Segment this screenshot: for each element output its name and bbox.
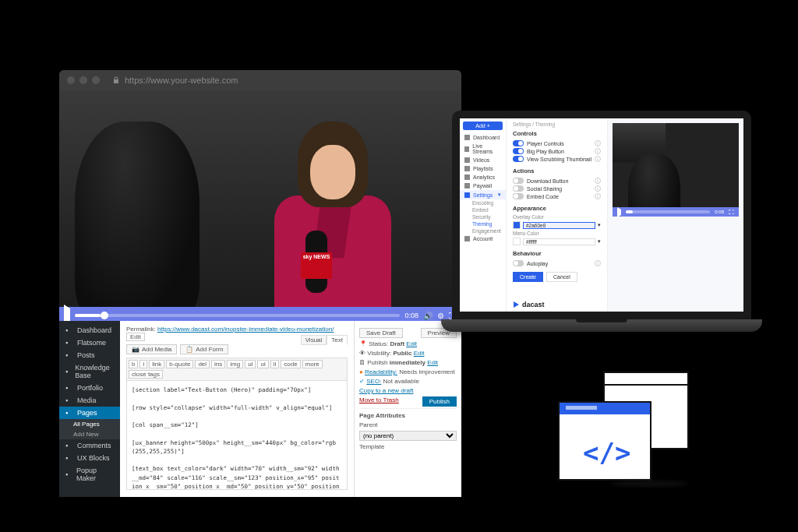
volume-icon[interactable]: 🔊 <box>423 312 433 320</box>
overlay-color-swatch[interactable] <box>513 221 521 229</box>
dropdown-icon[interactable]: ▾ <box>598 222 601 228</box>
info-icon[interactable]: i <box>595 178 601 184</box>
pin-icon: ▪ <box>65 351 73 359</box>
dash-sidebar-item[interactable]: Paywall <box>460 181 506 190</box>
wp-sidebar-item[interactable]: ▪Knowledge Base <box>59 361 120 382</box>
dash-sidebar-item[interactable]: Live Streams <box>460 142 506 156</box>
move-trash-link[interactable]: Move to Trash <box>359 396 399 403</box>
progress-knob-icon[interactable] <box>101 312 108 319</box>
traffic-max-icon[interactable] <box>92 76 100 84</box>
toggle-switch[interactable] <box>513 148 524 154</box>
wp-sidebar-item[interactable]: ▪UX Blocks <box>59 452 120 464</box>
toggle-row: Player Controlsi <box>513 139 601 147</box>
publish-button[interactable]: Publish <box>422 396 457 407</box>
create-button[interactable]: Create <box>513 272 543 282</box>
tab-visual[interactable]: Visual <box>301 335 327 345</box>
play-icon[interactable] <box>617 210 621 215</box>
toolbar-img-button[interactable]: img <box>227 360 243 368</box>
toolbar-link-button[interactable]: link <box>149 360 164 368</box>
tab-text[interactable]: Text <box>327 335 348 345</box>
toolbar-del-button[interactable]: del <box>195 360 210 368</box>
wp-sidebar-item[interactable]: ▪Pages <box>59 407 120 419</box>
browser-window: https://www.your-website.com sky NEWS 0:… <box>59 70 461 497</box>
toggle-switch[interactable] <box>513 140 524 146</box>
save-draft-button[interactable]: Save Draft <box>359 328 403 338</box>
toolbar-ins-button[interactable]: ins <box>211 360 225 368</box>
toolbar-ul-button[interactable]: ul <box>245 360 256 368</box>
wp-sidebar-item[interactable]: ▪Comments <box>59 439 120 452</box>
info-icon[interactable]: i <box>595 156 601 162</box>
toggle-switch[interactable] <box>513 178 524 184</box>
schedule-edit-link[interactable]: Edit <box>427 359 438 366</box>
toggle-switch[interactable] <box>513 193 524 199</box>
dash-sidebar-subitem[interactable]: Encoding <box>460 199 506 206</box>
info-icon[interactable]: i <box>595 185 601 192</box>
progress-bar[interactable] <box>626 210 710 213</box>
wp-sidebar-item[interactable]: ▪Flatsome <box>59 336 120 349</box>
info-icon[interactable]: i <box>595 260 601 266</box>
dash-sidebar-subitem[interactable]: Embed <box>460 206 506 213</box>
toolbar-b-button[interactable]: b <box>129 360 138 368</box>
blocks-icon: ▪ <box>65 454 73 462</box>
url-bar[interactable]: https://www.your-website.com <box>112 76 454 85</box>
laptop-base <box>441 319 762 332</box>
toggle-switch[interactable] <box>513 156 524 162</box>
laptop-screen: Add + DashboardLive StreamsVideosPlaylis… <box>452 111 751 319</box>
wp-sidebar-subitem[interactable]: All Pages <box>59 419 120 429</box>
visibility-edit-link[interactable]: Edit <box>414 350 425 357</box>
toolbar-li-button[interactable]: li <box>270 360 280 368</box>
toolbar-ol-button[interactable]: ol <box>257 360 268 368</box>
toggle-switch[interactable] <box>513 185 524 192</box>
menu-color-swatch[interactable] <box>513 238 521 245</box>
dropdown-icon[interactable]: ▾ <box>598 238 601 245</box>
info-icon[interactable]: i <box>595 148 601 154</box>
toolbar-close-tags-button[interactable]: close tags <box>129 370 163 379</box>
toolbar-code-button[interactable]: code <box>281 360 300 368</box>
wp-sidebar-item[interactable]: ▪Portfolio <box>59 382 120 394</box>
add-button[interactable]: Add + <box>463 122 503 130</box>
wp-sidebar-subitem[interactable]: Add New <box>59 429 120 439</box>
wp-sidebar-item[interactable]: ▪Posts <box>59 349 120 361</box>
toolbar-i-button[interactable]: i <box>139 360 147 368</box>
copy-draft-link[interactable]: Copy to a new draft <box>359 387 413 394</box>
dash-sidebar-item[interactable]: Playlists <box>460 164 506 173</box>
eye-icon: 👁 <box>359 350 365 357</box>
menu-color-input[interactable]: #ffffff <box>523 238 595 245</box>
cancel-button[interactable]: Cancel <box>546 272 577 282</box>
toolbar-more-button[interactable]: more <box>302 360 323 368</box>
permalink-edit-button[interactable]: Edit <box>126 333 145 341</box>
parent-select[interactable]: (no parent) <box>359 431 457 441</box>
add-media-button[interactable]: 📷Add Media <box>126 344 177 354</box>
traffic-close-icon[interactable] <box>67 76 75 84</box>
dash-sidebar-item[interactable]: Settings▾ <box>460 190 506 199</box>
dash-sidebar-item[interactable]: Analytics <box>460 173 506 181</box>
wp-sidebar-item[interactable]: ▪Dashboard <box>59 324 120 336</box>
info-icon[interactable]: i <box>595 193 601 199</box>
gauge-icon: ▪ <box>65 326 73 334</box>
wp-sidebar-item[interactable]: ▪Popup Maker <box>59 464 120 484</box>
overlay-color-input[interactable]: #2a60e8 <box>523 222 595 229</box>
dash-sidebar-subitem[interactable]: Engagement <box>460 227 506 234</box>
dash-sidebar-subitem[interactable]: Security <box>460 213 506 220</box>
info-icon[interactable]: i <box>595 140 601 146</box>
fullscreen-icon[interactable]: ⛶ <box>729 210 734 215</box>
wp-sidebar-item[interactable]: ▪Media <box>59 394 120 407</box>
preview-video-player[interactable]: 0:08 ⛶ <box>613 123 739 217</box>
add-form-button[interactable]: 📋Add Form <box>180 344 228 354</box>
laptop-mockup: Add + DashboardLive StreamsVideosPlaylis… <box>441 111 762 332</box>
toolbar-b-quote-button[interactable]: b-quote <box>166 360 193 368</box>
permalink-url[interactable]: https://www.dacast.com/inopster-immediat… <box>157 326 334 333</box>
dash-preview-pane: 0:08 ⛶ <box>608 118 743 312</box>
progress-bar[interactable] <box>75 314 400 317</box>
dash-sidebar-item[interactable]: Account <box>460 234 506 243</box>
toggle-switch[interactable] <box>513 260 524 266</box>
status-edit-link[interactable]: Edit <box>406 340 417 347</box>
traffic-min-icon[interactable] <box>79 76 87 84</box>
code-textarea[interactable]: [section label="Text-Button (Hero)" padd… <box>126 381 348 490</box>
dash-sidebar-item[interactable]: Dashboard <box>460 133 506 142</box>
video-player[interactable]: sky NEWS 0:08 🔊 ⚙ ⛶ <box>59 90 461 324</box>
dash-sidebar-subitem[interactable]: Theming <box>460 220 506 227</box>
behaviour-section: Behaviour Autoplayi <box>513 250 601 267</box>
camera-icon: 📷 <box>132 346 139 353</box>
dash-sidebar-item[interactable]: Videos <box>460 156 506 164</box>
